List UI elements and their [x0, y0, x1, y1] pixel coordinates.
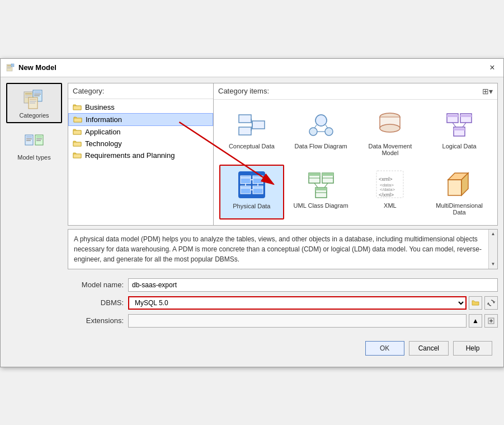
- svg-rect-7: [25, 93, 32, 95]
- svg-point-38: [325, 128, 333, 136]
- svg-rect-8: [25, 95, 32, 96]
- scroll-down-arrow[interactable]: ▼: [491, 261, 496, 268]
- description-box: A physical data model (PDM) helps you to…: [68, 229, 498, 269]
- extensions-input: [128, 314, 467, 328]
- category-panel: Category: Business: [68, 83, 214, 225]
- model-types-icon: [23, 129, 45, 152]
- sidebar-model-types-label: Model types: [17, 154, 50, 161]
- xml-icon: <xml> <data> </data> </xml>: [374, 169, 406, 200]
- item-label-physical-data: Physical Data: [233, 203, 270, 209]
- svg-rect-71: [322, 173, 333, 176]
- svg-rect-15: [30, 99, 36, 100]
- cancel-button[interactable]: Cancel: [409, 341, 449, 356]
- svg-rect-83: [448, 180, 461, 195]
- category-item-business[interactable]: Business: [68, 101, 213, 113]
- items-panel: Category items: ⊞▾: [214, 83, 497, 225]
- folder-open-icon: [472, 300, 479, 306]
- item-multidimensional-data[interactable]: MultiDimensional Data: [427, 165, 492, 219]
- svg-rect-56: [241, 177, 251, 179]
- item-label-logical-data: Logical Data: [442, 143, 477, 150]
- svg-line-53: [463, 123, 466, 127]
- multidimensional-data-icon: [444, 169, 475, 200]
- data-movement-model-icon: [374, 109, 406, 141]
- items-grid: Conceptual Data: [214, 100, 497, 225]
- svg-point-45: [380, 124, 400, 132]
- svg-rect-16: [30, 101, 36, 102]
- svg-rect-23: [36, 136, 42, 138]
- extensions-row: Extensions: ▲: [68, 314, 498, 328]
- extensions-label: Extensions:: [68, 316, 124, 325]
- items-header: Category items:: [218, 87, 269, 95]
- svg-rect-62: [253, 187, 263, 189]
- model-name-input[interactable]: [128, 278, 498, 292]
- svg-point-42: [315, 115, 327, 126]
- dialog-icon: [6, 63, 15, 72]
- description-scrollbar[interactable]: ▲ ▼: [488, 230, 497, 269]
- dialog-title: New Model: [18, 63, 56, 72]
- item-label-xml: XML: [384, 202, 397, 209]
- svg-rect-26: [73, 106, 81, 110]
- item-data-flow-diagram[interactable]: Data Flow Diagram: [289, 105, 354, 160]
- sidebar-categories-label: Categories: [19, 112, 49, 119]
- item-label-uml-class-diagram: UML Class Diagram: [294, 202, 348, 209]
- category-item-application[interactable]: Application: [68, 126, 213, 138]
- svg-rect-30: [73, 154, 81, 158]
- conceptual-data-icon: [236, 109, 267, 141]
- refresh-icon: [487, 299, 495, 307]
- title-bar: New Model ×: [1, 59, 503, 77]
- ok-button[interactable]: OK: [365, 341, 404, 356]
- svg-line-40: [326, 125, 328, 128]
- item-physical-data[interactable]: Physical Data: [219, 165, 284, 219]
- svg-rect-27: [74, 118, 82, 122]
- extensions-up-button[interactable]: ▲: [469, 314, 482, 328]
- model-name-row: Model name:: [68, 278, 498, 292]
- svg-rect-21: [26, 140, 31, 141]
- category-item-technology[interactable]: Technology: [68, 138, 213, 150]
- top-area: Category: Business: [68, 83, 498, 226]
- item-label-data-movement-model: Data Movement Model: [362, 143, 419, 156]
- dbms-folder-button[interactable]: [469, 296, 482, 310]
- view-toggle-button[interactable]: ⊞▾: [482, 87, 493, 96]
- sidebar-item-model-types[interactable]: Model types: [6, 125, 62, 165]
- svg-rect-12: [34, 94, 41, 95]
- svg-text:</data>: </data>: [380, 187, 395, 192]
- svg-rect-28: [73, 130, 81, 134]
- svg-rect-25: [36, 140, 41, 141]
- help-button[interactable]: Help: [453, 341, 492, 356]
- extensions-action-button[interactable]: [484, 314, 498, 328]
- dbms-refresh-button[interactable]: [484, 296, 498, 310]
- sidebar-item-categories[interactable]: Categories: [6, 83, 62, 123]
- close-button[interactable]: ×: [487, 62, 498, 73]
- item-uml-class-diagram[interactable]: UML Class Diagram: [289, 165, 354, 219]
- svg-rect-32: [239, 127, 251, 135]
- svg-rect-11: [34, 91, 41, 93]
- category-item-information[interactable]: Information: [68, 113, 213, 126]
- svg-line-35: [251, 125, 252, 131]
- svg-rect-47: [447, 115, 458, 117]
- category-item-requirements[interactable]: Requirements and Planning: [68, 150, 213, 161]
- item-label-data-flow-diagram: Data Flow Diagram: [295, 143, 347, 150]
- item-label-conceptual-data: Conceptual Data: [229, 143, 275, 150]
- items-header-row: Category items: ⊞▾: [214, 83, 497, 100]
- svg-rect-68: [309, 173, 320, 176]
- item-logical-data[interactable]: Logical Data: [427, 105, 492, 160]
- dbms-select[interactable]: MySQL 5.0: [128, 296, 467, 310]
- svg-line-77: [324, 183, 328, 188]
- physical-data-icon: [236, 169, 267, 200]
- scroll-up-arrow[interactable]: ▲: [491, 231, 496, 237]
- svg-point-37: [309, 128, 317, 136]
- svg-rect-74: [315, 188, 327, 190]
- item-data-movement-model[interactable]: Data Movement Model: [358, 105, 423, 160]
- svg-line-76: [314, 183, 318, 188]
- item-conceptual-data[interactable]: Conceptual Data: [219, 105, 284, 160]
- model-name-label: Model name:: [68, 281, 124, 289]
- description-text: A physical data model (PDM) helps you to…: [74, 235, 482, 263]
- category-label-business: Business: [85, 103, 115, 111]
- dbms-row: DBMS: MySQL 5.0: [68, 296, 498, 310]
- item-xml[interactable]: <xml> <data> </data> </xml> XML: [358, 165, 423, 219]
- category-label-application: Application: [85, 128, 121, 136]
- title-bar-left: New Model: [6, 63, 56, 72]
- svg-rect-17: [30, 102, 35, 104]
- svg-rect-20: [26, 138, 32, 139]
- sidebar: Categories Model types: [6, 83, 62, 361]
